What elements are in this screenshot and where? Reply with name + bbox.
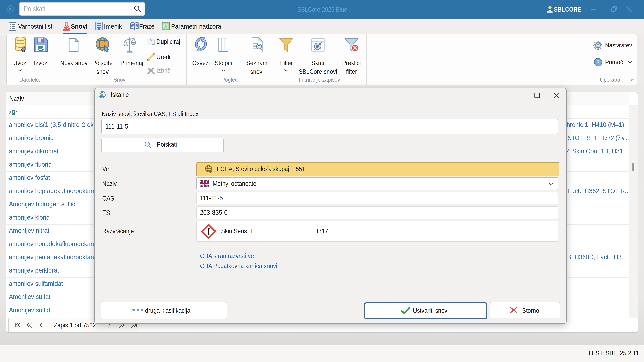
svg-text:?: ? (596, 59, 600, 65)
svg-text:B: B (12, 111, 14, 115)
svg-text:C: C (16, 111, 17, 115)
svg-text:A: A (9, 111, 11, 115)
